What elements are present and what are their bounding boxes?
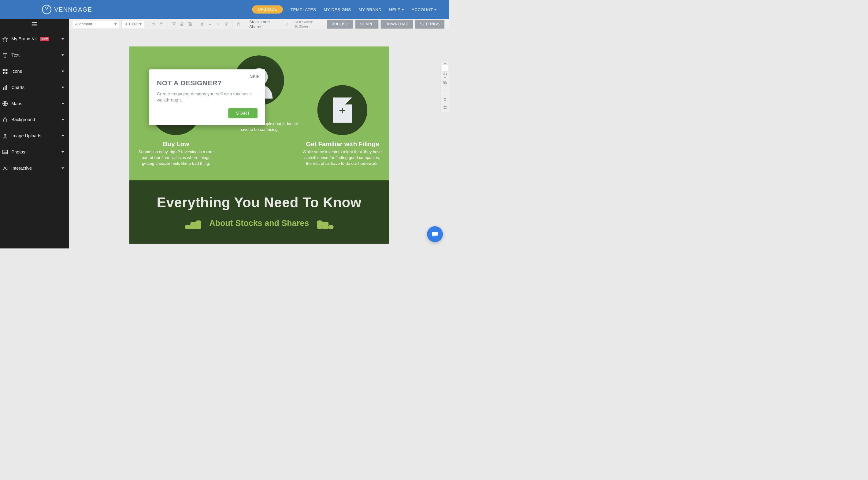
hamburger-icon <box>32 22 37 27</box>
chevron-down-icon <box>61 71 64 72</box>
send-backward-button[interactable] <box>215 21 221 28</box>
brand-name: VENNGAGE <box>55 6 92 13</box>
chevron-down-icon <box>61 103 64 104</box>
bring-to-front-button[interactable] <box>199 21 205 28</box>
sidebar-item-text[interactable]: Text <box>0 47 69 63</box>
group-button[interactable] <box>171 21 177 28</box>
top-nav: UPGRADE TEMPLATES MY DESIGNS MY BRAND HE… <box>252 5 436 14</box>
nav-templates[interactable]: TEMPLATES <box>290 7 316 12</box>
svg-rect-1 <box>32 24 37 25</box>
bottom-subline: About Stocks and Shares <box>139 217 379 229</box>
svg-rect-45 <box>443 106 445 107</box>
grid-view-button[interactable] <box>442 105 448 110</box>
sidebar-item-icons[interactable]: Icons <box>0 63 69 79</box>
publish-button[interactable]: PUBLISH <box>327 20 353 28</box>
document-title[interactable]: Stocks and Shares <box>249 19 281 29</box>
sidebar-list: My Brand Kit NEW Text Icons Charts Maps … <box>0 29 69 176</box>
page-tools-panel: 1 of 1 <box>441 61 449 113</box>
sidebar-item-interactive[interactable]: Interactive <box>0 160 69 177</box>
nav-account[interactable]: ACCOUNT <box>412 7 437 12</box>
skip-button[interactable]: SKIP <box>250 74 260 78</box>
alignment-select[interactable]: Alignment <box>72 20 119 28</box>
left-column-title[interactable]: Buy Low <box>139 141 213 148</box>
add-page-button[interactable] <box>442 88 448 94</box>
nav-label: HELP <box>389 7 400 12</box>
sidebar-item-brand-kit[interactable]: My Brand Kit NEW <box>0 31 69 47</box>
chevron-down-icon <box>61 119 64 121</box>
svg-rect-43 <box>443 81 445 84</box>
share-button[interactable]: SHARE <box>355 20 378 28</box>
nav-label: TEMPLATES <box>290 7 316 12</box>
circle-right[interactable]: + <box>317 85 368 135</box>
redo-button[interactable] <box>158 21 164 28</box>
modal-body: Create engaging designs yourself with th… <box>157 91 257 103</box>
lock-button[interactable] <box>179 21 185 28</box>
sidebar-item-label: Maps <box>11 101 22 106</box>
nav-my-designs[interactable]: MY DESIGNS <box>323 7 351 12</box>
undo-button[interactable] <box>151 21 156 28</box>
globe-icon <box>2 100 8 107</box>
settings-button[interactable]: SETTINGS <box>415 20 444 28</box>
nav-help[interactable]: HELP <box>389 7 404 12</box>
sidebar-item-background[interactable]: Background <box>0 111 69 128</box>
chat-launcher[interactable] <box>427 226 443 242</box>
upload-icon <box>2 132 8 139</box>
page-number-input[interactable]: 1 <box>442 65 448 71</box>
left-column-desc[interactable]: Sounds so easy, right? Investing is a ra… <box>136 149 216 166</box>
sidebar-item-maps[interactable]: Maps <box>0 96 69 112</box>
page-down-button[interactable] <box>444 77 446 78</box>
chevron-down-icon <box>402 9 404 10</box>
svg-point-42 <box>328 225 334 227</box>
sidebar-item-label: Charts <box>11 85 25 90</box>
chevron-down-icon <box>139 24 142 25</box>
zoom-select[interactable]: 100% <box>121 20 144 28</box>
sidebar-item-label: Interactive <box>11 166 32 171</box>
send-to-back-button[interactable] <box>223 21 229 28</box>
chevron-down-icon <box>61 151 64 153</box>
search-icon <box>124 23 128 26</box>
copy-page-button[interactable] <box>442 80 448 85</box>
svg-rect-15 <box>173 23 175 25</box>
bring-forward-button[interactable] <box>207 21 213 28</box>
zoom-label: 100% <box>128 22 138 26</box>
right-column-title[interactable]: Get Familiar with Filings <box>305 141 379 148</box>
shapes-icon <box>2 68 8 75</box>
svg-point-30 <box>196 220 202 223</box>
download-button[interactable]: DOWNLOAD <box>380 20 413 28</box>
coins-icon <box>184 217 202 229</box>
sidebar-item-photos[interactable]: Photos <box>0 144 69 160</box>
sidebar-item-image-uploads[interactable]: Image Uploads <box>0 128 69 144</box>
bottom-subtitle[interactable]: About Stocks and Shares <box>209 218 309 228</box>
right-column-desc[interactable]: While some investors might think they ha… <box>302 149 382 166</box>
svg-rect-48 <box>445 107 446 109</box>
image-icon <box>2 149 8 156</box>
delete-button[interactable] <box>236 21 242 28</box>
sidebar-item-charts[interactable]: Charts <box>0 79 69 96</box>
page-total-label: of 1 <box>443 72 447 75</box>
chevron-down-icon <box>434 9 436 10</box>
delete-page-button[interactable] <box>442 97 448 102</box>
chevron-down-icon <box>61 87 64 88</box>
walkthrough-modal: SKIP NOT A DESIGNER? Create engaging des… <box>149 69 265 125</box>
start-button[interactable]: START <box>228 108 257 118</box>
edit-title-icon[interactable] <box>285 22 289 26</box>
page-up-button[interactable] <box>444 62 446 64</box>
svg-point-40 <box>322 222 329 224</box>
canvas-bottom-section[interactable]: Everything You Need To Know About Stocks… <box>129 181 389 244</box>
svg-rect-44 <box>444 82 446 85</box>
hamburger-button[interactable] <box>0 19 69 29</box>
chevron-down-icon <box>61 55 64 56</box>
nav-my-brand[interactable]: MY BRAND <box>359 7 382 12</box>
bottom-heading[interactable]: Everything You Need To Know <box>139 195 379 211</box>
brand-logo[interactable]: VENNGAGE <box>42 5 92 14</box>
upgrade-button[interactable]: UPGRADE <box>252 5 283 14</box>
nav-label: MY BRAND <box>359 7 382 12</box>
canvas-area[interactable]: ? + Buy Low Sounds so easy, right? Inves… <box>69 29 449 248</box>
chevron-down-icon <box>61 38 64 40</box>
last-saved-label: Last Saved: 10:25am <box>294 20 324 28</box>
svg-rect-8 <box>5 86 5 90</box>
sidebar-item-label: Photos <box>11 150 25 155</box>
copy-button[interactable] <box>187 21 193 28</box>
svg-point-5 <box>3 72 5 74</box>
chevron-down-icon <box>114 24 117 25</box>
